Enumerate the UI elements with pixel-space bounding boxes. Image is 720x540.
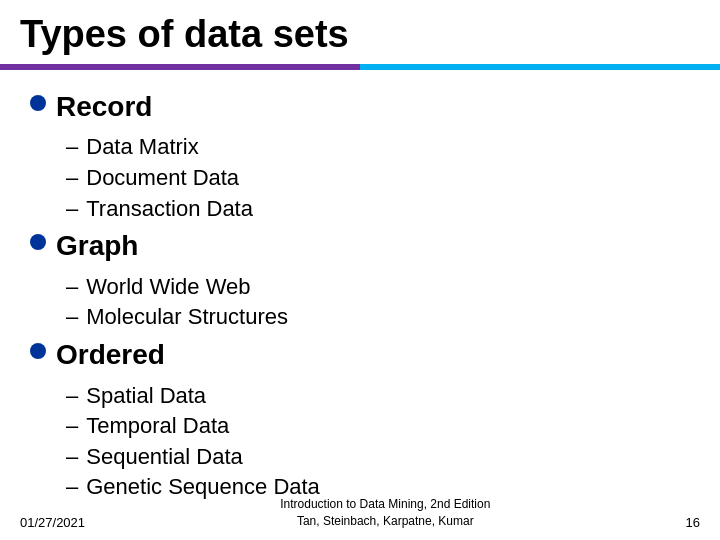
slide-title: Types of data sets (20, 14, 700, 56)
bullet-ordered (30, 343, 46, 359)
sub-dash-record-2: – (66, 195, 78, 224)
sub-items-ordered: –Spatial Data–Temporal Data–Sequential D… (66, 382, 690, 502)
sub-dash-graph-1: – (66, 303, 78, 332)
sub-label-record-1: Document Data (86, 164, 239, 193)
footer-page: 16 (686, 515, 700, 530)
sub-dash-record-1: – (66, 164, 78, 193)
sub-dash-graph-0: – (66, 273, 78, 302)
main-label-ordered: Ordered (56, 338, 165, 372)
slide: Types of data sets Record–Data Matrix–Do… (0, 0, 720, 540)
sub-item-graph-1: –Molecular Structures (66, 303, 690, 332)
main-item-record: Record (30, 90, 690, 124)
sub-item-ordered-1: –Temporal Data (66, 412, 690, 441)
sub-item-record-1: –Document Data (66, 164, 690, 193)
main-item-graph: Graph (30, 229, 690, 263)
sub-item-record-2: –Transaction Data (66, 195, 690, 224)
main-label-graph: Graph (56, 229, 138, 263)
sub-items-record: –Data Matrix–Document Data–Transaction D… (66, 133, 690, 223)
title-area: Types of data sets (0, 0, 720, 64)
bullet-record (30, 95, 46, 111)
sub-label-graph-1: Molecular Structures (86, 303, 288, 332)
sub-dash-ordered-1: – (66, 412, 78, 441)
footer: 01/27/2021 Introduction to Data Mining, … (0, 496, 720, 530)
footer-date: 01/27/2021 (20, 515, 85, 530)
sub-item-graph-0: –World Wide Web (66, 273, 690, 302)
bullet-graph (30, 234, 46, 250)
sub-label-ordered-0: Spatial Data (86, 382, 206, 411)
sub-label-ordered-1: Temporal Data (86, 412, 229, 441)
footer-line2: Tan, Steinbach, Karpatne, Kumar (280, 513, 490, 530)
main-label-record: Record (56, 90, 152, 124)
sub-label-record-0: Data Matrix (86, 133, 198, 162)
sub-dash-ordered-2: – (66, 443, 78, 472)
content-area: Record–Data Matrix–Document Data–Transac… (0, 80, 720, 502)
sub-dash-record-0: – (66, 133, 78, 162)
sub-dash-ordered-0: – (66, 382, 78, 411)
sub-label-graph-0: World Wide Web (86, 273, 250, 302)
footer-line1: Introduction to Data Mining, 2nd Edition (280, 496, 490, 513)
sub-item-record-0: –Data Matrix (66, 133, 690, 162)
footer-center: Introduction to Data Mining, 2nd Edition… (280, 496, 490, 530)
sub-label-record-2: Transaction Data (86, 195, 253, 224)
sub-item-ordered-2: –Sequential Data (66, 443, 690, 472)
sub-items-graph: –World Wide Web–Molecular Structures (66, 273, 690, 332)
sub-label-ordered-2: Sequential Data (86, 443, 243, 472)
main-item-ordered: Ordered (30, 338, 690, 372)
sub-item-ordered-0: –Spatial Data (66, 382, 690, 411)
divider-bar (0, 64, 720, 70)
